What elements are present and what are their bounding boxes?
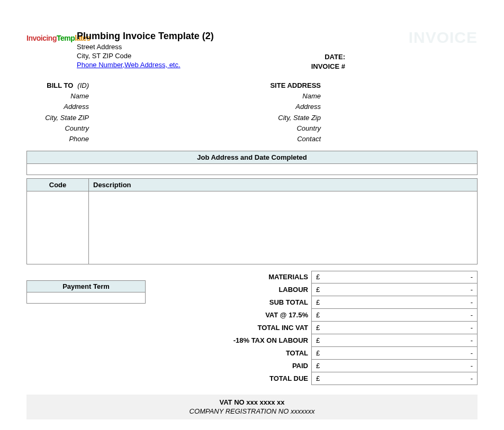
totals-label: VAT @ 17.5% [212,309,311,322]
site-country: Country [258,123,321,134]
totals-value-vat[interactable]: £- [311,308,478,322]
totals-value-subtotal[interactable]: £- [311,296,478,309]
invoice-watermark: INVOICE [409,29,478,47]
bill-to-id: (ID) [77,81,89,89]
job-section-header: Job Address and Date Completed [26,151,478,164]
totals-value-total-due[interactable]: £- [311,372,478,385]
company-city: City, ST ZIP Code [77,52,282,61]
site-title: SITE ADDRESS [258,80,321,91]
bill-to-phone: Phone [26,134,89,144]
payment-term-header: Payment Term [26,280,146,292]
totals-label: TOTAL INC VAT [212,322,311,334]
bill-to-address: Address [26,102,89,112]
totals-row-vat: VAT @ 17.5% £- [212,309,478,322]
totals-value-labour[interactable]: £- [311,283,478,296]
totals-value-tax-on-labour[interactable]: £- [311,334,478,347]
bill-to-name: Name [26,91,89,102]
totals-block: MATERIALS £- LABOUR £- SUB TOTAL £- VAT … [212,271,478,385]
totals-row-labour: LABOUR £- [212,283,478,296]
company-name: Plumbing Invoice Template (2) [77,31,282,42]
totals-value-total-inc-vat[interactable]: £- [311,321,478,334]
job-section-body[interactable] [26,164,478,175]
payment-term-box: Payment Term [26,280,146,304]
company-street: Street Address [77,43,282,52]
totals-row-subtotal: SUB TOTAL £- [212,296,478,309]
table-row[interactable] [27,191,478,264]
items-table: Code Description [26,178,478,264]
company-registration: COMPANY REGISTRATION NO xxxxxxx [26,407,478,416]
totals-label: TOTAL DUE [212,372,311,385]
site-address-block: SITE ADDRESS Name Address City, State Zi… [258,80,321,144]
totals-row-materials: MATERIALS £- [212,271,478,283]
cell-code[interactable] [27,191,89,264]
site-name: Name [258,91,321,102]
totals-value-paid[interactable]: £- [311,359,478,372]
vat-number: VAT NO xxx xxxx xx [219,398,284,406]
totals-row-tax-on-labour: -18% TAX ON LABOUR £- [212,334,478,347]
totals-row-total-inc-vat: TOTAL INC VAT £- [212,322,478,334]
totals-row-total-due: TOTAL DUE £- [212,372,478,385]
site-contact: Contact [258,134,321,144]
totals-label: MATERIALS [212,271,311,283]
totals-label: -18% TAX ON LABOUR [212,334,311,347]
totals-row-total: TOTAL £- [212,347,478,360]
logo: InvoicingTemplates [26,31,77,42]
col-description-header: Description [89,178,478,191]
totals-label: LABOUR [212,283,311,296]
site-city: City, State Zip [258,113,321,123]
bill-to-block: BILL TO(ID) Name Address City, State ZIP… [26,80,89,144]
site-address: Address [258,102,321,112]
bill-to-city: City, State ZIP [26,113,89,123]
company-link[interactable]: Phone Number,Web Address, etc. [77,61,181,69]
totals-label: SUB TOTAL [212,296,311,309]
totals-row-paid: PAID £- [212,360,478,372]
bill-to-country: Country [26,123,89,134]
cell-description[interactable] [89,191,478,264]
totals-label: PAID [212,360,311,372]
footer: VAT NO xxx xxxx xx COMPANY REGISTRATION … [26,395,478,419]
col-code-header: Code [27,178,89,191]
invoice-number-label: INVOICE # [282,62,345,71]
date-label: DATE: [282,52,345,62]
totals-value-total[interactable]: £- [311,346,478,360]
bill-to-title: BILL TO [47,81,73,89]
payment-term-value[interactable] [26,292,146,304]
totals-label: TOTAL [212,347,311,360]
totals-value-materials[interactable]: £- [311,271,478,283]
